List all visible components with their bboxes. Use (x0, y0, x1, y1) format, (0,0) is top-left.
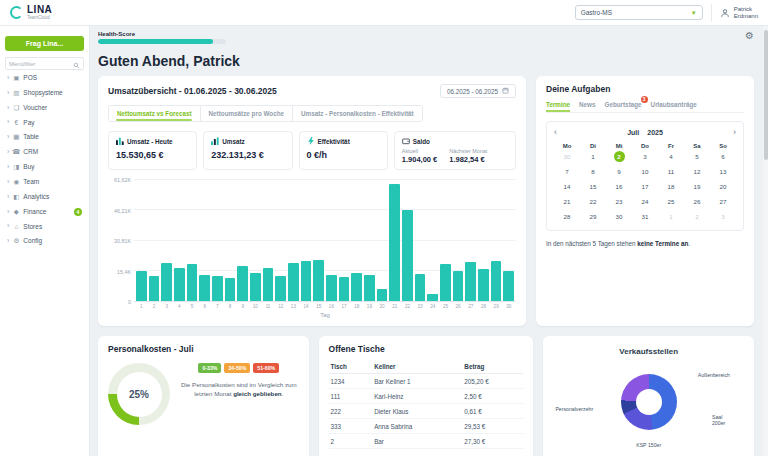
revenue-tab-1[interactable]: Nettoumsatz vs Forecast (109, 106, 201, 121)
x-tick-label: 10 (250, 304, 261, 309)
sidebar-item-buy[interactable]: ›◨Buy (5, 159, 84, 174)
table-row[interactable]: 111Karl-Heinz2,50 € (329, 389, 524, 404)
calendar-day-5[interactable]: 5 (692, 151, 703, 162)
sidebar-item-stores[interactable]: ›⌂Stores (5, 219, 84, 233)
calendar-day-16[interactable]: 16 (614, 181, 625, 192)
revenue-card: Umsatzübersicht - 01.06.2025 - 30.06.202… (98, 76, 526, 326)
calendar-day-11[interactable]: 11 (666, 166, 677, 177)
sidebar-item-config[interactable]: ›⚙Config (5, 233, 84, 248)
menu-filter-input[interactable] (9, 61, 73, 67)
user-menu[interactable]: Patrick Erdmann (711, 4, 758, 22)
calendar-day-30[interactable]: 30 (562, 151, 573, 162)
sidebar-item-label: Shopsysteme (23, 89, 82, 96)
chevron-right-icon: › (7, 164, 9, 170)
revenue-tab-2[interactable]: Nettoumsätze pro Woche (201, 106, 293, 121)
date-range-picker[interactable]: 06.2025 - 06.2025 (440, 84, 516, 98)
bar-day-12 (275, 276, 286, 301)
calendar-day-4[interactable]: 4 (666, 151, 677, 162)
calendar-day-1[interactable]: 1 (666, 211, 677, 222)
calendar-day-7[interactable]: 7 (562, 166, 573, 177)
sidebar-item-finance[interactable]: ›◆Finance4 (5, 204, 84, 219)
calendar-day-18[interactable]: 18 (666, 181, 677, 192)
calendar-year-select[interactable]: 2025 (647, 129, 663, 136)
calendar-day-24[interactable]: 24 (640, 196, 651, 207)
sidebar-item-crm[interactable]: ›☎CRM (5, 144, 84, 159)
calendar-day-6[interactable]: 6 (718, 151, 729, 162)
sidebar-item-shopsysteme[interactable]: ›▥Shopsysteme (5, 85, 84, 100)
calendar-day-26[interactable]: 26 (692, 196, 703, 207)
y-tick-label: 0 (128, 299, 131, 305)
calendar-day-12[interactable]: 12 (692, 166, 703, 177)
calendar-day-10[interactable]: 10 (640, 166, 651, 177)
calendar-day-25[interactable]: 25 (666, 196, 677, 207)
calendar-day-28[interactable]: 28 (562, 211, 573, 222)
calendar-day-1[interactable]: 1 (588, 151, 599, 162)
chart-x-axis-title: Tag (134, 312, 516, 318)
calendar-day-27[interactable]: 27 (718, 196, 729, 207)
calendar-day-19[interactable]: 19 (692, 181, 703, 192)
table-row[interactable]: 222Dieter Klaus0,61 € (329, 404, 524, 419)
kpi-row: Umsatz - Heute15.530,65 €Umsatz232.131,2… (108, 131, 516, 170)
stores-icon: ⌂ (12, 223, 20, 230)
calendar-day-31[interactable]: 31 (640, 211, 651, 222)
frag-lina-button[interactable]: Frag Lina... (5, 36, 84, 51)
revenue-bar-chart: 015,4K30,81K46,21K61,62K (108, 180, 516, 302)
calendar-day-9[interactable]: 9 (614, 166, 625, 177)
calendar-day-3[interactable]: 3 (718, 211, 729, 222)
calendar-day-8[interactable]: 8 (588, 166, 599, 177)
calendar-day-21[interactable]: 21 (562, 196, 573, 207)
menu-filter (5, 57, 84, 70)
kpi-label: Effektivität (318, 138, 350, 145)
sidebar-item-team[interactable]: ›◉Team (5, 174, 84, 189)
calendar-day-2[interactable]: 2 (614, 151, 625, 162)
scrollbar-thumb[interactable] (764, 30, 768, 160)
table-cell: 222 (329, 404, 373, 419)
bar-day-8 (225, 278, 236, 301)
sidebar-item-pay[interactable]: ›€Pay (5, 115, 84, 129)
sidebar-item-analytics[interactable]: ›◧Analytics (5, 189, 84, 204)
calendar-day-14[interactable]: 14 (562, 181, 573, 192)
tasks-tab-1[interactable]: Termine (546, 101, 570, 108)
calendar-day-2[interactable]: 2 (692, 211, 703, 222)
table-row[interactable]: 333Anna Sabrina29,53 € (329, 419, 524, 434)
kpi-umsatz-heute: Umsatz - Heute15.530,65 € (108, 131, 197, 170)
calendar-day-3[interactable]: 3 (640, 151, 651, 162)
bar-day-4 (174, 268, 185, 301)
sidebar-item-table[interactable]: ›▦Table (5, 129, 84, 144)
org-select[interactable]: Gastro-MS ▼ (575, 5, 703, 20)
wallet-icon (402, 137, 410, 146)
revenue-tab-3[interactable]: Umsatz - Personalkosten - Effektivität (293, 106, 422, 121)
bar-day-6 (199, 275, 210, 301)
calendar-month-select[interactable]: Juli (627, 129, 639, 136)
x-tick-label: 6 (199, 304, 210, 309)
calendar-day-20[interactable]: 20 (718, 181, 729, 192)
tasks-tab-4[interactable]: Urlaubsanträge (651, 101, 697, 108)
x-tick-label: 12 (275, 304, 286, 309)
table-row[interactable]: 1234Bar Kellner 1205,20 € (329, 374, 524, 389)
calendar-prev-icon[interactable]: ‹ (554, 128, 557, 137)
bar-day-17 (339, 277, 350, 301)
calendar-day-13[interactable]: 13 (718, 166, 729, 177)
chevron-right-icon: › (7, 223, 9, 229)
tasks-tab-3[interactable]: Geburtstage3 (604, 101, 641, 108)
calendar-day-15[interactable]: 15 (588, 181, 599, 192)
y-tick-label: 61,62K (114, 177, 131, 183)
table-row[interactable]: 2Bar27,30 € (329, 434, 524, 449)
open-tables-title: Offene Tische (329, 344, 524, 354)
tasks-tab-2[interactable]: News (579, 101, 595, 108)
calendar-next-icon[interactable]: › (733, 128, 736, 137)
sales-donut-chart: AußenbereichSaal 200erKSP 150erPersonalv… (553, 358, 744, 454)
sales-chart-title: Verkaufsstellen (553, 347, 744, 356)
sidebar-item-label: Pay (23, 119, 82, 126)
bar-day-13 (288, 263, 299, 301)
calendar-day-22[interactable]: 22 (588, 196, 599, 207)
calendar-day-29[interactable]: 29 (588, 211, 599, 222)
page-scrollbar[interactable] (763, 26, 768, 456)
calendar-day-30[interactable]: 30 (614, 211, 625, 222)
calendar-day-17[interactable]: 17 (640, 181, 651, 192)
settings-gear-icon[interactable]: ⚙ (745, 31, 754, 41)
sidebar-item-voucher[interactable]: ›❏Voucher (5, 100, 84, 115)
chevron-right-icon: › (7, 179, 9, 185)
x-tick-label: 15 (313, 304, 324, 309)
calendar-day-23[interactable]: 23 (614, 196, 625, 207)
